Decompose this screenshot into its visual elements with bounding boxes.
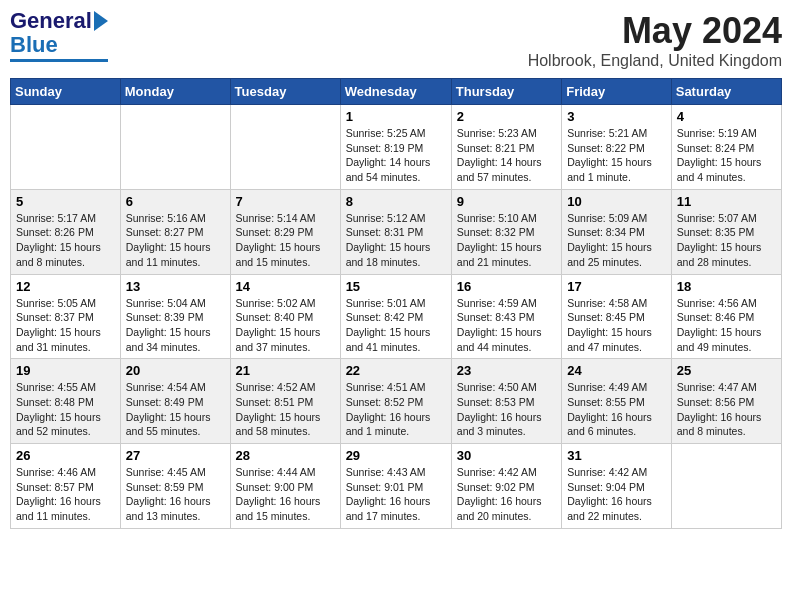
- day-number: 22: [346, 363, 446, 378]
- day-number: 3: [567, 109, 666, 124]
- calendar-cell: 16Sunrise: 4:59 AM Sunset: 8:43 PM Dayli…: [451, 274, 561, 359]
- calendar-cell: [120, 105, 230, 190]
- day-number: 24: [567, 363, 666, 378]
- day-number: 6: [126, 194, 225, 209]
- page-header: General Blue May 2024 Holbrook, England,…: [10, 10, 782, 70]
- day-info: Sunrise: 4:56 AM Sunset: 8:46 PM Dayligh…: [677, 296, 776, 355]
- calendar-cell: 28Sunrise: 4:44 AM Sunset: 9:00 PM Dayli…: [230, 444, 340, 529]
- day-number: 21: [236, 363, 335, 378]
- calendar-cell: 21Sunrise: 4:52 AM Sunset: 8:51 PM Dayli…: [230, 359, 340, 444]
- day-info: Sunrise: 5:01 AM Sunset: 8:42 PM Dayligh…: [346, 296, 446, 355]
- column-header-sunday: Sunday: [11, 79, 121, 105]
- day-info: Sunrise: 4:51 AM Sunset: 8:52 PM Dayligh…: [346, 380, 446, 439]
- calendar-cell: 17Sunrise: 4:58 AM Sunset: 8:45 PM Dayli…: [562, 274, 672, 359]
- day-number: 25: [677, 363, 776, 378]
- day-number: 23: [457, 363, 556, 378]
- calendar-cell: 14Sunrise: 5:02 AM Sunset: 8:40 PM Dayli…: [230, 274, 340, 359]
- day-number: 4: [677, 109, 776, 124]
- week-row-2: 5Sunrise: 5:17 AM Sunset: 8:26 PM Daylig…: [11, 189, 782, 274]
- day-info: Sunrise: 5:07 AM Sunset: 8:35 PM Dayligh…: [677, 211, 776, 270]
- calendar-cell: 24Sunrise: 4:49 AM Sunset: 8:55 PM Dayli…: [562, 359, 672, 444]
- calendar-cell: 18Sunrise: 4:56 AM Sunset: 8:46 PM Dayli…: [671, 274, 781, 359]
- day-number: 16: [457, 279, 556, 294]
- calendar-cell: 22Sunrise: 4:51 AM Sunset: 8:52 PM Dayli…: [340, 359, 451, 444]
- day-info: Sunrise: 4:45 AM Sunset: 8:59 PM Dayligh…: [126, 465, 225, 524]
- calendar-cell: 31Sunrise: 4:42 AM Sunset: 9:04 PM Dayli…: [562, 444, 672, 529]
- day-info: Sunrise: 4:59 AM Sunset: 8:43 PM Dayligh…: [457, 296, 556, 355]
- week-row-3: 12Sunrise: 5:05 AM Sunset: 8:37 PM Dayli…: [11, 274, 782, 359]
- day-info: Sunrise: 5:17 AM Sunset: 8:26 PM Dayligh…: [16, 211, 115, 270]
- calendar-cell: 26Sunrise: 4:46 AM Sunset: 8:57 PM Dayli…: [11, 444, 121, 529]
- logo: General Blue: [10, 10, 108, 62]
- day-info: Sunrise: 4:55 AM Sunset: 8:48 PM Dayligh…: [16, 380, 115, 439]
- day-info: Sunrise: 5:23 AM Sunset: 8:21 PM Dayligh…: [457, 126, 556, 185]
- day-number: 28: [236, 448, 335, 463]
- column-header-saturday: Saturday: [671, 79, 781, 105]
- day-info: Sunrise: 5:09 AM Sunset: 8:34 PM Dayligh…: [567, 211, 666, 270]
- day-info: Sunrise: 4:58 AM Sunset: 8:45 PM Dayligh…: [567, 296, 666, 355]
- day-number: 18: [677, 279, 776, 294]
- calendar-cell: 6Sunrise: 5:16 AM Sunset: 8:27 PM Daylig…: [120, 189, 230, 274]
- calendar-table: SundayMondayTuesdayWednesdayThursdayFrid…: [10, 78, 782, 529]
- day-info: Sunrise: 5:14 AM Sunset: 8:29 PM Dayligh…: [236, 211, 335, 270]
- day-info: Sunrise: 4:43 AM Sunset: 9:01 PM Dayligh…: [346, 465, 446, 524]
- day-info: Sunrise: 5:02 AM Sunset: 8:40 PM Dayligh…: [236, 296, 335, 355]
- day-number: 19: [16, 363, 115, 378]
- calendar-cell: 2Sunrise: 5:23 AM Sunset: 8:21 PM Daylig…: [451, 105, 561, 190]
- day-number: 31: [567, 448, 666, 463]
- day-number: 5: [16, 194, 115, 209]
- day-info: Sunrise: 5:25 AM Sunset: 8:19 PM Dayligh…: [346, 126, 446, 185]
- calendar-cell: 4Sunrise: 5:19 AM Sunset: 8:24 PM Daylig…: [671, 105, 781, 190]
- day-number: 12: [16, 279, 115, 294]
- calendar-cell: [11, 105, 121, 190]
- day-info: Sunrise: 5:12 AM Sunset: 8:31 PM Dayligh…: [346, 211, 446, 270]
- day-info: Sunrise: 5:21 AM Sunset: 8:22 PM Dayligh…: [567, 126, 666, 185]
- location: Holbrook, England, United Kingdom: [528, 52, 782, 70]
- calendar-cell: 19Sunrise: 4:55 AM Sunset: 8:48 PM Dayli…: [11, 359, 121, 444]
- day-number: 10: [567, 194, 666, 209]
- calendar-cell: 20Sunrise: 4:54 AM Sunset: 8:49 PM Dayli…: [120, 359, 230, 444]
- column-header-thursday: Thursday: [451, 79, 561, 105]
- calendar-cell: 7Sunrise: 5:14 AM Sunset: 8:29 PM Daylig…: [230, 189, 340, 274]
- calendar-cell: 23Sunrise: 4:50 AM Sunset: 8:53 PM Dayli…: [451, 359, 561, 444]
- calendar-cell: [230, 105, 340, 190]
- calendar-cell: 3Sunrise: 5:21 AM Sunset: 8:22 PM Daylig…: [562, 105, 672, 190]
- calendar-cell: 12Sunrise: 5:05 AM Sunset: 8:37 PM Dayli…: [11, 274, 121, 359]
- calendar-cell: 27Sunrise: 4:45 AM Sunset: 8:59 PM Dayli…: [120, 444, 230, 529]
- logo-blue: Blue: [10, 32, 58, 58]
- title-block: May 2024 Holbrook, England, United Kingd…: [528, 10, 782, 70]
- day-info: Sunrise: 5:10 AM Sunset: 8:32 PM Dayligh…: [457, 211, 556, 270]
- calendar-cell: 25Sunrise: 4:47 AM Sunset: 8:56 PM Dayli…: [671, 359, 781, 444]
- week-row-5: 26Sunrise: 4:46 AM Sunset: 8:57 PM Dayli…: [11, 444, 782, 529]
- calendar-cell: 1Sunrise: 5:25 AM Sunset: 8:19 PM Daylig…: [340, 105, 451, 190]
- calendar-cell: 10Sunrise: 5:09 AM Sunset: 8:34 PM Dayli…: [562, 189, 672, 274]
- logo-underline: [10, 59, 108, 62]
- day-info: Sunrise: 4:52 AM Sunset: 8:51 PM Dayligh…: [236, 380, 335, 439]
- week-row-4: 19Sunrise: 4:55 AM Sunset: 8:48 PM Dayli…: [11, 359, 782, 444]
- day-number: 7: [236, 194, 335, 209]
- day-info: Sunrise: 4:46 AM Sunset: 8:57 PM Dayligh…: [16, 465, 115, 524]
- day-info: Sunrise: 4:49 AM Sunset: 8:55 PM Dayligh…: [567, 380, 666, 439]
- day-number: 30: [457, 448, 556, 463]
- calendar-cell: 15Sunrise: 5:01 AM Sunset: 8:42 PM Dayli…: [340, 274, 451, 359]
- calendar-cell: 11Sunrise: 5:07 AM Sunset: 8:35 PM Dayli…: [671, 189, 781, 274]
- day-info: Sunrise: 4:42 AM Sunset: 9:04 PM Dayligh…: [567, 465, 666, 524]
- calendar-cell: 13Sunrise: 5:04 AM Sunset: 8:39 PM Dayli…: [120, 274, 230, 359]
- column-header-tuesday: Tuesday: [230, 79, 340, 105]
- day-number: 29: [346, 448, 446, 463]
- calendar-cell: 8Sunrise: 5:12 AM Sunset: 8:31 PM Daylig…: [340, 189, 451, 274]
- day-number: 26: [16, 448, 115, 463]
- day-number: 8: [346, 194, 446, 209]
- day-number: 15: [346, 279, 446, 294]
- day-number: 14: [236, 279, 335, 294]
- day-number: 13: [126, 279, 225, 294]
- column-header-wednesday: Wednesday: [340, 79, 451, 105]
- header-row: SundayMondayTuesdayWednesdayThursdayFrid…: [11, 79, 782, 105]
- column-header-monday: Monday: [120, 79, 230, 105]
- day-number: 2: [457, 109, 556, 124]
- day-info: Sunrise: 5:19 AM Sunset: 8:24 PM Dayligh…: [677, 126, 776, 185]
- calendar-cell: [671, 444, 781, 529]
- day-info: Sunrise: 4:44 AM Sunset: 9:00 PM Dayligh…: [236, 465, 335, 524]
- day-number: 20: [126, 363, 225, 378]
- day-info: Sunrise: 4:54 AM Sunset: 8:49 PM Dayligh…: [126, 380, 225, 439]
